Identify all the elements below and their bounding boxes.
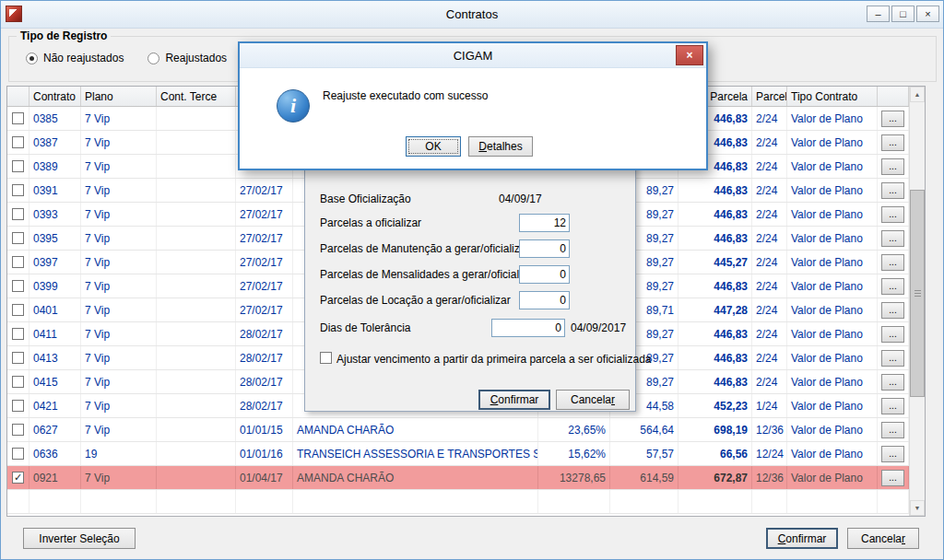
parcelas-mensalidades-input[interactable] (519, 265, 570, 284)
row-checkbox[interactable] (12, 184, 24, 196)
header-plano[interactable]: Plano (81, 87, 157, 106)
row-more-button[interactable]: ... (881, 422, 904, 438)
groupbox-label: Tipo de Registro (17, 29, 111, 42)
table-row[interactable]: ✓ 0921 7 Vip 01/04/17 AMANDA CHARÃO 1327… (7, 466, 925, 490)
row-more-button[interactable]: ... (881, 374, 904, 391)
table-row[interactable]: 0636 19 01/01/16 TRANSEICH ASSESSORIA E … (7, 442, 925, 466)
scrollbar-thumb[interactable] (910, 190, 925, 397)
dialog-cancel-button[interactable]: Cancelar (556, 390, 630, 410)
confirm-button[interactable]: Confirmar (766, 528, 838, 549)
cell-valor-parcela: 446,83 (678, 227, 752, 250)
minimize-button[interactable]: – (867, 6, 890, 22)
cell-plano: 7 Vip (81, 179, 157, 202)
radio-nao-reajustados[interactable]: Não reajustados (26, 52, 124, 64)
row-checkbox[interactable] (12, 376, 24, 388)
row-more-button[interactable]: ... (881, 111, 904, 127)
header-tipo-contrato[interactable]: Tipo Contrato (787, 87, 878, 106)
row-checkbox-cell (7, 394, 30, 417)
cell-plano: 7 Vip (81, 203, 157, 226)
cell-contrato: 0389 (30, 155, 81, 178)
parcelas-locacao-input[interactable] (519, 291, 570, 309)
cell-parcelas: 2/24 (752, 274, 787, 298)
radio-reajustados[interactable]: Reajustados (148, 52, 227, 64)
scroll-up-button[interactable]: ▲ (910, 87, 925, 102)
row-checkbox-cell (7, 298, 30, 321)
close-button[interactable]: × (916, 6, 939, 22)
parcelas-manutencao-label: Parcelas de Manutenção a gerar/oficializ… (320, 242, 529, 255)
cell-contrato: 0415 (30, 370, 81, 393)
row-checkbox[interactable] (12, 280, 24, 292)
scroll-down-button[interactable]: ▼ (910, 500, 925, 516)
row-checkbox[interactable] (12, 160, 24, 172)
parcelas-oficializar-input[interactable] (519, 214, 570, 232)
invert-selection-button[interactable]: Inverter Seleção (23, 528, 136, 549)
row-more-button[interactable]: ... (881, 278, 904, 295)
details-button[interactable]: Detalhes (468, 136, 533, 157)
table-row[interactable]: 0627 7 Vip 01/01/15 AMANDA CHARÃO 23,65%… (7, 418, 925, 442)
row-checkbox[interactable] (12, 328, 24, 340)
row-checkbox[interactable] (12, 400, 24, 412)
vertical-scrollbar[interactable]: ▲ ▼ (909, 87, 925, 516)
cell-contrato: 0411 (30, 322, 81, 345)
row-more-button[interactable]: ... (881, 302, 904, 319)
row-more-cell: ... (878, 466, 909, 489)
cell-tipo-contrato: Valor de Plano (787, 274, 878, 298)
row-checkbox[interactable] (12, 448, 24, 460)
row-checkbox[interactable] (12, 424, 24, 436)
row-more-button[interactable]: ... (881, 158, 904, 175)
cigam-close-button[interactable]: × (676, 45, 703, 65)
cell-valor-parcela: 446,83 (678, 274, 752, 298)
ajustar-vencimento-checkbox[interactable] (320, 352, 332, 364)
row-more-button[interactable]: ... (881, 254, 904, 271)
row-more-button[interactable]: ... (881, 350, 904, 367)
header-contrato[interactable]: Contrato (30, 87, 81, 106)
cell-cont-terce (157, 322, 236, 345)
parcelas-manutencao-input[interactable] (519, 239, 570, 258)
dialog-confirm-button[interactable]: Confirmar (478, 390, 550, 410)
scroll-up-icon: ▲ (914, 91, 921, 98)
dias-tolerancia-label: Dias de Tolerância (320, 321, 411, 334)
row-more-button[interactable]: ... (881, 398, 904, 414)
cell-tipo-contrato: Valor de Plano (787, 131, 878, 154)
row-more-cell: ... (878, 442, 909, 465)
radio-selected-icon (26, 52, 38, 64)
header-parcelas[interactable]: Parcelas (752, 87, 787, 106)
row-checkbox[interactable] (12, 256, 24, 268)
cell-tipo-contrato: Valor de Plano (787, 227, 878, 250)
row-checkbox[interactable]: ✓ (12, 472, 24, 484)
row-more-button[interactable]: ... (881, 206, 904, 223)
header-actions[interactable] (878, 87, 909, 106)
row-checkbox[interactable] (12, 208, 24, 220)
row-checkbox[interactable] (12, 112, 24, 124)
header-cont-terce[interactable]: Cont. Terce (157, 87, 236, 106)
ok-button[interactable]: OK (406, 136, 461, 157)
cell-plano: 7 Vip (81, 274, 157, 298)
row-more-button[interactable]: ... (881, 134, 904, 151)
row-checkbox[interactable] (12, 232, 24, 244)
header-select[interactable] (7, 87, 30, 106)
row-more-button[interactable]: ... (881, 182, 904, 199)
radio-unselected-icon (148, 52, 159, 64)
cell-data: 28/02/17 (236, 346, 293, 369)
cell-cont-terce (157, 179, 236, 202)
cell-cont-terce (157, 227, 236, 250)
row-checkbox[interactable] (12, 136, 24, 148)
row-more-button[interactable]: ... (881, 470, 904, 486)
cell-data: 27/02/17 (236, 179, 293, 202)
row-checkbox-cell (7, 322, 30, 345)
row-more-button[interactable]: ... (881, 326, 904, 343)
cancel-button[interactable]: Cancelar (847, 528, 919, 549)
scroll-down-icon: ▼ (914, 505, 921, 511)
row-more-cell: ... (878, 251, 909, 274)
cell-cont-terce (157, 155, 236, 178)
window-controls: – □ × (867, 6, 939, 22)
row-checkbox[interactable] (12, 304, 24, 316)
dias-tolerancia-input[interactable] (491, 319, 565, 337)
maximize-button[interactable]: □ (891, 6, 914, 22)
row-more-button[interactable]: ... (881, 230, 904, 247)
row-checkbox[interactable] (12, 352, 24, 364)
row-more-button[interactable]: ... (881, 446, 904, 462)
cell-cliente: AMANDA CHARÃO (293, 418, 538, 441)
cell-contrato: 0391 (30, 179, 81, 202)
grid-empty-row (7, 490, 925, 514)
